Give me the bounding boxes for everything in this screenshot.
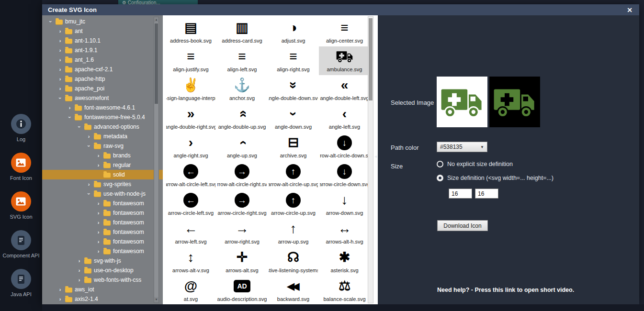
appbar-item-font-icon[interactable]: Font Icon xyxy=(10,153,32,181)
tree-item-ant-1-9-1-3[interactable]: ›ant-1.9.1 xyxy=(42,45,153,55)
icon-cell-backward-svg[interactable]: ◀◀backward.svg xyxy=(268,276,319,304)
appbar-item-java-api[interactable]: Java API xyxy=(11,269,31,297)
tree-scrollbar-thumb[interactable] xyxy=(155,23,158,104)
icon-cell-archive-svg[interactable]: ⊟archive.svg xyxy=(268,133,319,161)
icon-cell-align-center-svg[interactable]: ≡align-center.svg xyxy=(319,18,370,46)
tree-item-use-with-node-js-18[interactable]: ›use-with-node-js xyxy=(42,189,153,199)
help-link[interactable]: Need help? - Press this link to open sho… xyxy=(437,287,574,293)
grid-scrollbar-thumb[interactable] xyxy=(369,18,373,100)
icon-cell-align-justify-svg[interactable]: ≡align-justify.svg xyxy=(165,46,216,75)
tree-item-ant-1-10-1-2[interactable]: ›ant-1.10.1 xyxy=(42,36,153,45)
appbar-item-log[interactable]: Log xyxy=(11,114,31,142)
icon-cell-angle-double-down-svg[interactable]: »angle-double-down.svg xyxy=(268,75,319,104)
chevron-collapsed-icon[interactable]: › xyxy=(77,277,82,283)
tree-item-font-awesome-4-6-1-9[interactable]: ›font-awesome-4.6.1 xyxy=(42,103,153,112)
icon-cell-arrows-alt-h-svg[interactable]: ↔arrows-alt-h.svg xyxy=(319,219,370,247)
chevron-collapsed-icon[interactable]: › xyxy=(96,220,101,225)
close-icon[interactable]: ✕ xyxy=(627,6,633,14)
icon-cell-angle-up-svg[interactable]: ›angle-up.svg xyxy=(216,133,268,161)
icon-cell-arrow-circle-down-svg[interactable]: ↓arrow-circle-down.svg xyxy=(319,161,370,190)
icon-cell-align-left-svg[interactable]: ≡align-left.svg xyxy=(216,46,268,75)
chevron-expanded-icon[interactable]: › xyxy=(86,191,92,197)
tree-item-svg-sprites-17[interactable]: ›svg-sprites xyxy=(42,179,153,189)
scroll-down-icon[interactable]: ▼ xyxy=(154,297,158,302)
path-color-select[interactable]: #538135 ▼ xyxy=(437,142,487,152)
icon-cell-american-sign-language-interpreting-svg[interactable]: ✌american-sign-language-interpreting.svg xyxy=(165,75,216,104)
tree-item-fontawesom-20[interactable]: ›fontawesom xyxy=(42,208,153,218)
icon-cell-balance-scale-svg[interactable]: ⚖balance-scale.svg xyxy=(319,276,370,304)
tree-item-aws-iot-28[interactable]: ›aws_iot xyxy=(42,285,153,294)
icon-cell-arrow-alt-circle-down-svg[interactable]: ↓arrow-alt-circle-down.svg xyxy=(319,133,370,161)
chevron-collapsed-icon[interactable]: › xyxy=(96,200,101,206)
tree-item-regular-15[interactable]: ›regular xyxy=(42,160,153,170)
tree-item-fontawesome-free-5-0-4-10[interactable]: ›fontawesome-free-5.0.4 xyxy=(42,112,153,122)
tree-item-axis2-1-4-29[interactable]: ›axis2-1.4 xyxy=(42,294,153,304)
chevron-collapsed-icon[interactable]: › xyxy=(57,67,63,72)
tree-item-brands-14[interactable]: ›brands xyxy=(42,151,153,160)
chevron-collapsed-icon[interactable]: › xyxy=(57,86,63,91)
tree-item-use-on-desktop-26[interactable]: ›use-on-desktop xyxy=(42,266,153,275)
tree-item-web-fonts-with-css-27[interactable]: ›web-fonts-with-css xyxy=(42,275,153,285)
chevron-collapsed-icon[interactable]: › xyxy=(57,287,63,292)
tree-item-solid-16[interactable]: ›solid xyxy=(42,170,163,179)
tree-scrollbar[interactable]: ▲ ▼ xyxy=(154,17,159,303)
tree-item-awesomefont-8[interactable]: ›awesomefont xyxy=(42,93,153,103)
chevron-collapsed-icon[interactable]: › xyxy=(96,229,101,235)
size-radio-1[interactable] xyxy=(437,175,443,181)
icon-cell-arrow-alt-circle-up-svg[interactable]: ↑arrow-alt-circle-up.svg xyxy=(268,161,319,190)
chevron-expanded-icon[interactable]: › xyxy=(67,115,73,120)
chevron-collapsed-icon[interactable]: › xyxy=(96,239,101,244)
icon-cell-ambulance-svg[interactable]: ambulance.svg xyxy=(319,46,370,75)
chevron-collapsed-icon[interactable]: › xyxy=(86,181,91,187)
icon-cell-audio-description-svg[interactable]: ADaudio-description.svg xyxy=(216,276,268,304)
icon-cell-arrows-alt-svg[interactable]: ✛arrows-alt.svg xyxy=(216,247,268,276)
icon-cell-arrow-up-svg[interactable]: ↑arrow-up.svg xyxy=(268,219,319,247)
tree-item-metadata-12[interactable]: ›metadata xyxy=(42,132,153,141)
tree-item-fontawesom-24[interactable]: ›fontawesom xyxy=(42,246,153,256)
chevron-collapsed-icon[interactable]: › xyxy=(86,133,91,139)
chevron-expanded-icon[interactable]: › xyxy=(57,96,63,101)
icon-cell-angle-down-svg[interactable]: ›angle-down.svg xyxy=(268,104,319,133)
chevron-collapsed-icon[interactable]: › xyxy=(67,105,72,111)
chevron-collapsed-icon[interactable]: › xyxy=(57,57,63,63)
icon-cell-align-right-svg[interactable]: ≡align-right.svg xyxy=(268,46,319,75)
chevron-collapsed-icon[interactable]: › xyxy=(57,76,63,82)
icon-cell-asterisk-svg[interactable]: ✱asterisk.svg xyxy=(319,247,370,276)
tree-item-bmu-jtc-0[interactable]: ›bmu_jtc xyxy=(42,17,153,26)
tree-item-svg-with-js-25[interactable]: ›svg-with-js xyxy=(42,256,153,266)
tree-item-advanced-options-11[interactable]: ›advanced-options xyxy=(42,122,153,132)
chevron-expanded-icon[interactable]: › xyxy=(48,19,54,24)
tree-item-ant-1[interactable]: ›ant xyxy=(42,26,153,36)
icon-cell-arrows-alt-v-svg[interactable]: ↕arrows-alt-v.svg xyxy=(165,247,216,276)
grid-scrollbar[interactable] xyxy=(368,16,373,303)
icon-cell-angle-left-svg[interactable]: ‹angle-left.svg xyxy=(319,104,370,133)
chevron-collapsed-icon[interactable]: › xyxy=(77,267,82,273)
tree-item-apache-cxf-2-1-5[interactable]: ›apache-cxf-2.1 xyxy=(42,65,153,74)
height-input[interactable] xyxy=(475,189,498,199)
icon-cell-assistive-listening-systems-svg[interactable]: ☊assistive-listening-systems.svg xyxy=(268,247,319,276)
download-icon-button[interactable]: Download Icon xyxy=(437,220,488,231)
appbar-item-svg-icon[interactable]: SVG Icon xyxy=(10,191,32,220)
chevron-expanded-icon[interactable]: › xyxy=(77,124,82,130)
icon-cell-angle-right-svg[interactable]: ›angle-right.svg xyxy=(165,133,216,161)
tree-item-fontawesom-23[interactable]: ›fontawesom xyxy=(42,237,153,246)
chevron-collapsed-icon[interactable]: › xyxy=(77,258,82,264)
width-input[interactable] xyxy=(449,189,472,199)
tree-item-apache-poi-7[interactable]: ›apache_poi xyxy=(42,84,153,93)
splitter-collapse-icon[interactable]: ◂ xyxy=(374,154,377,159)
icon-cell-arrow-alt-circle-right-svg[interactable]: →arrow-alt-circle-right.svg xyxy=(216,161,268,190)
size-radio-0[interactable] xyxy=(437,161,443,167)
icon-cell-arrow-circle-right-svg[interactable]: →arrow-circle-right.svg xyxy=(216,190,268,219)
chevron-expanded-icon[interactable]: › xyxy=(86,144,92,149)
tree-item-fontawesom-22[interactable]: ›fontawesom xyxy=(42,227,153,237)
icon-cell-angle-double-up-svg[interactable]: »angle-double-up.svg xyxy=(216,104,268,133)
chevron-collapsed-icon[interactable]: › xyxy=(57,28,63,34)
icon-cell-arrow-right-svg[interactable]: →arrow-right.svg xyxy=(216,219,268,247)
icon-cell-arrow-circle-left-svg[interactable]: ←arrow-circle-left.svg xyxy=(165,190,216,219)
icon-cell-arrow-left-svg[interactable]: ←arrow-left.svg xyxy=(165,219,216,247)
chevron-collapsed-icon[interactable]: › xyxy=(96,153,101,158)
chevron-collapsed-icon[interactable]: › xyxy=(96,248,101,254)
icon-cell-address-book-svg[interactable]: ▤address-book.svg xyxy=(165,18,216,46)
icon-cell-arrow-alt-circle-left-svg[interactable]: ←arrow-alt-circle-left.svg xyxy=(165,161,216,190)
icon-cell-address-card-svg[interactable]: ▥address-card.svg xyxy=(216,18,268,46)
